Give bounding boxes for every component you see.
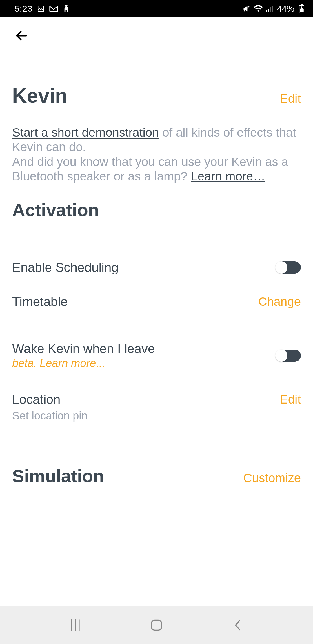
wake-label: Wake Kevin when I leave	[12, 341, 155, 356]
status-right: 44%	[242, 4, 306, 14]
back-icon[interactable]	[14, 29, 28, 44]
timetable-label: Timetable	[12, 294, 68, 309]
svg-rect-9	[301, 4, 303, 5]
svg-rect-6	[270, 7, 271, 12]
status-bar: 5:23 44%	[0, 0, 313, 17]
home-button[interactable]	[145, 616, 168, 634]
signal-icon	[265, 5, 274, 13]
header-row: Kevin Edit	[12, 84, 301, 107]
svg-rect-7	[272, 6, 273, 12]
location-subtext: Set location pin	[12, 410, 301, 422]
demo-link[interactable]: Start a short demonstration	[12, 126, 159, 139]
svg-rect-1	[50, 6, 58, 12]
battery-charging-icon	[297, 5, 306, 13]
image-icon	[37, 5, 45, 13]
recents-button[interactable]	[64, 616, 87, 634]
learn-more-link[interactable]: Learn more…	[191, 169, 265, 183]
svg-rect-4	[266, 10, 267, 12]
svg-point-2	[65, 5, 68, 7]
battery-percent: 44%	[277, 4, 294, 14]
activation-heading: Activation	[12, 200, 301, 220]
description-block: Start a short demonstration of all kinds…	[12, 125, 301, 183]
back-nav-button[interactable]	[226, 616, 249, 634]
wake-row: Wake Kevin when I leave beta. Learn more…	[12, 341, 301, 370]
wifi-icon	[254, 5, 263, 13]
timetable-row: Timetable Change	[12, 294, 301, 325]
simulation-heading: Simulation	[12, 466, 104, 486]
enable-scheduling-toggle[interactable]	[276, 261, 301, 274]
svg-rect-15	[152, 620, 162, 630]
beta-learn-more-link[interactable]: beta. Learn more...	[12, 357, 105, 370]
change-button[interactable]: Change	[258, 295, 301, 309]
enable-scheduling-row: Enable Scheduling	[12, 260, 301, 275]
content: Kevin Edit Start a short demonstration o…	[0, 17, 313, 606]
user-activity-icon	[62, 5, 71, 13]
edit-button[interactable]: Edit	[280, 92, 301, 106]
customize-button[interactable]: Customize	[243, 471, 301, 485]
status-left: 5:23	[14, 4, 71, 14]
location-sub-row: Set location pin	[12, 410, 301, 437]
svg-rect-5	[268, 9, 269, 12]
simulation-row: Simulation Customize	[12, 466, 301, 486]
wake-toggle[interactable]	[276, 350, 301, 362]
location-row: Location Edit	[12, 392, 301, 407]
navigation-bar	[0, 606, 313, 644]
toggle-knob	[275, 261, 287, 274]
location-label: Location	[12, 392, 60, 407]
mute-icon	[242, 5, 251, 13]
enable-scheduling-label: Enable Scheduling	[12, 260, 119, 275]
status-time: 5:23	[14, 4, 32, 14]
page-title: Kevin	[12, 84, 68, 107]
location-edit-button[interactable]: Edit	[280, 392, 301, 406]
toggle-knob	[275, 350, 287, 362]
app-bar	[14, 17, 301, 55]
gmail-icon	[49, 5, 58, 13]
